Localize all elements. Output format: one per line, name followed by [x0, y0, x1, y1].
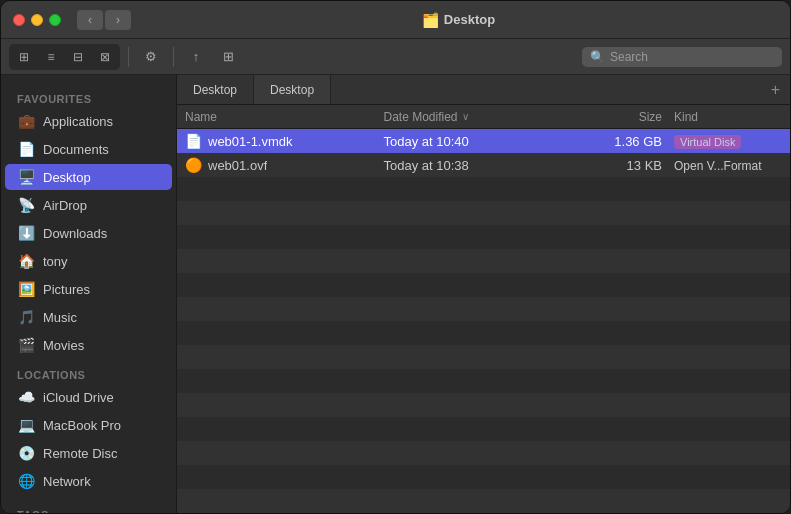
header-name[interactable]: Name [185, 110, 384, 124]
empty-row [177, 177, 790, 201]
favourites-header: Favourites [1, 87, 176, 107]
sidebar-item-label: Desktop [43, 170, 91, 185]
empty-row [177, 465, 790, 489]
sidebar-item-macbook[interactable]: 💻 MacBook Pro [5, 412, 172, 438]
back-button[interactable]: ‹ [77, 10, 103, 30]
content-area: Desktop Desktop + Name Date Modified ∨ S… [177, 75, 790, 513]
file-kind: Open V...Format [662, 158, 782, 173]
sidebar: Favourites 💼 Applications 📄 Documents 🖥️… [1, 75, 177, 513]
empty-row [177, 201, 790, 225]
file-name-text: web01-1.vmdk [208, 134, 293, 149]
airdrop-icon: 📡 [17, 196, 35, 214]
path-bar: Desktop Desktop + [177, 75, 790, 105]
list-view-button[interactable]: ≡ [38, 46, 64, 68]
minimize-button[interactable] [31, 14, 43, 26]
empty-row [177, 489, 790, 513]
search-icon: 🔍 [590, 50, 605, 64]
share-button[interactable]: ↑ [182, 45, 210, 69]
empty-row [177, 225, 790, 249]
empty-row [177, 249, 790, 273]
file-name-cell: 📄 web01-1.vmdk [185, 133, 384, 149]
search-input[interactable] [610, 50, 774, 64]
sidebar-item-desktop[interactable]: 🖥️ Desktop [5, 164, 172, 190]
header-kind[interactable]: Kind [662, 110, 782, 124]
sidebar-item-airdrop[interactable]: 📡 AirDrop [5, 192, 172, 218]
empty-row [177, 321, 790, 345]
fullscreen-button[interactable] [49, 14, 61, 26]
column-view-button[interactable]: ⊟ [65, 46, 91, 68]
downloads-icon: ⬇️ [17, 224, 35, 242]
icon-view-button[interactable]: ⊞ [11, 46, 37, 68]
header-size[interactable]: Size [582, 110, 662, 124]
finder-window: ‹ › 🗂️ Desktop ⊞ ≡ ⊟ ⊠ ⚙ ↑ ⊞ 🔍 Favourite… [0, 0, 791, 514]
file-list-header: Name Date Modified ∨ Size Kind [177, 105, 790, 129]
header-date[interactable]: Date Modified ∨ [384, 110, 583, 124]
sidebar-item-label: MacBook Pro [43, 418, 121, 433]
empty-row [177, 441, 790, 465]
window-title-text: Desktop [444, 12, 495, 27]
empty-row [177, 297, 790, 321]
file-date: Today at 10:40 [384, 134, 583, 149]
empty-row [177, 417, 790, 441]
desktop-icon: 🖥️ [17, 168, 35, 186]
empty-row [177, 369, 790, 393]
pictures-icon: 🖼️ [17, 280, 35, 298]
arrange-button[interactable]: ⚙ [137, 45, 165, 69]
documents-icon: 📄 [17, 140, 35, 158]
sidebar-item-label: Music [43, 310, 77, 325]
sidebar-item-remote[interactable]: 💿 Remote Disc [5, 440, 172, 466]
file-size: 1.36 GB [582, 134, 662, 149]
empty-row [177, 273, 790, 297]
kind-badge: Virtual Disk [674, 135, 741, 149]
sidebar-item-movies[interactable]: 🎬 Movies [5, 332, 172, 358]
separator-2 [173, 47, 174, 67]
sidebar-item-applications[interactable]: 💼 Applications [5, 108, 172, 134]
sidebar-item-label: iCloud Drive [43, 390, 114, 405]
sidebar-item-label: tony [43, 254, 68, 269]
file-icon: 🟠 [185, 157, 202, 173]
locations-header: Locations [1, 363, 176, 383]
path-add-button[interactable]: + [761, 75, 790, 104]
sidebar-item-downloads[interactable]: ⬇️ Downloads [5, 220, 172, 246]
traffic-lights [13, 14, 61, 26]
music-icon: 🎵 [17, 308, 35, 326]
path-segment-2[interactable]: Desktop [254, 75, 331, 104]
table-row[interactable]: 🟠 web01.ovf Today at 10:38 13 KB Open V.… [177, 153, 790, 177]
remote-disc-icon: 💿 [17, 444, 35, 462]
sidebar-item-documents[interactable]: 📄 Documents [5, 136, 172, 162]
gallery-view-button[interactable]: ⊠ [92, 46, 118, 68]
sidebar-item-label: Movies [43, 338, 84, 353]
sidebar-item-pictures[interactable]: 🖼️ Pictures [5, 276, 172, 302]
file-icon: 📄 [185, 133, 202, 149]
sidebar-item-music[interactable]: 🎵 Music [5, 304, 172, 330]
sidebar-item-label: AirDrop [43, 198, 87, 213]
sidebar-item-tony[interactable]: 🏠 tony [5, 248, 172, 274]
table-row[interactable]: 📄 web01-1.vmdk Today at 10:40 1.36 GB Vi… [177, 129, 790, 153]
empty-row [177, 393, 790, 417]
network-icon: 🌐 [17, 472, 35, 490]
macbook-icon: 💻 [17, 416, 35, 434]
path-segment-1[interactable]: Desktop [177, 75, 254, 104]
sidebar-item-label: Pictures [43, 282, 90, 297]
file-list: 📄 web01-1.vmdk Today at 10:40 1.36 GB Vi… [177, 129, 790, 513]
separator-1 [128, 47, 129, 67]
sidebar-item-label: Remote Disc [43, 446, 117, 461]
empty-row [177, 345, 790, 369]
window-title: 🗂️ Desktop [139, 12, 778, 28]
search-box[interactable]: 🔍 [582, 47, 782, 67]
file-name-text: web01.ovf [208, 158, 267, 173]
forward-button[interactable]: › [105, 10, 131, 30]
home-icon: 🏠 [17, 252, 35, 270]
sidebar-item-icloud[interactable]: ☁️ iCloud Drive [5, 384, 172, 410]
add-button[interactable]: ⊞ [214, 45, 242, 69]
file-date: Today at 10:38 [384, 158, 583, 173]
applications-icon: 💼 [17, 112, 35, 130]
title-folder-icon: 🗂️ [422, 12, 439, 28]
close-button[interactable] [13, 14, 25, 26]
sidebar-item-label: Network [43, 474, 91, 489]
view-buttons: ⊞ ≡ ⊟ ⊠ [9, 44, 120, 70]
sidebar-item-label: Applications [43, 114, 113, 129]
movies-icon: 🎬 [17, 336, 35, 354]
file-size: 13 KB [582, 158, 662, 173]
sidebar-item-network[interactable]: 🌐 Network [5, 468, 172, 494]
